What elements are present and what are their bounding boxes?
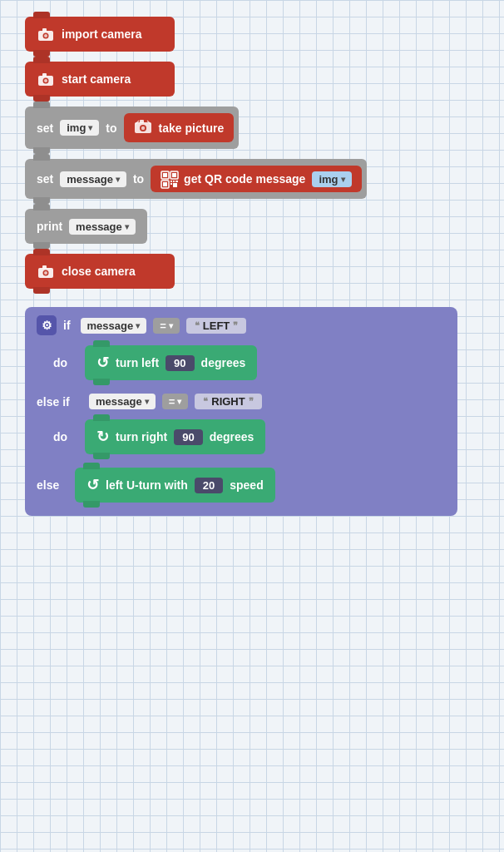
svg-rect-20	[175, 181, 178, 182]
svg-rect-11	[140, 120, 144, 123]
close-camera-label: close camera	[62, 265, 136, 278]
camera-icon-2	[37, 70, 55, 88]
right-string-pill: ❝ RIGHT ❞	[195, 394, 261, 409]
do-label-2: do	[53, 430, 78, 443]
degrees-value-2[interactable]: 90	[174, 429, 202, 445]
else-if-op-label: =	[169, 395, 175, 408]
if-header: ⚙ if message ▾ = ▾ ❝ LEFT ❞	[30, 310, 452, 340]
condition-var-pill[interactable]: message ▾	[81, 318, 147, 334]
set-img-row: set img ▾ to take picture	[25, 106, 479, 149]
else-if-op-pill[interactable]: = ▾	[162, 394, 189, 409]
import-camera-label: import camera	[62, 27, 141, 41]
svg-point-6	[44, 79, 47, 82]
else-if-row: else if message ▾ = ▾ ❝ RIGHT ❞	[30, 389, 452, 414]
print-message-block[interactable]: print message ▾	[25, 209, 147, 244]
img-dropdown-arrow[interactable]: ▾	[88, 123, 92, 132]
take-picture-block[interactable]: take picture	[124, 113, 235, 142]
turn-right-icon: ↻	[96, 428, 109, 446]
else-if-op-dropdown[interactable]: ▾	[177, 397, 181, 406]
else-if-var-label: message	[96, 395, 142, 408]
set-label-2: set	[37, 172, 53, 186]
turn-right-label: turn right	[116, 430, 167, 443]
import-camera-block[interactable]: import camera	[25, 17, 175, 52]
print-message-pill[interactable]: message ▾	[69, 219, 136, 235]
condition-dropdown[interactable]: ▾	[136, 321, 140, 330]
import-camera-row: import camera	[25, 17, 479, 52]
start-camera-label: start camera	[62, 72, 131, 86]
degrees-label-2: degrees	[210, 430, 254, 443]
degrees-label: degrees	[201, 356, 246, 369]
set-label: set	[37, 121, 53, 135]
svg-rect-21	[170, 183, 172, 185]
else-unit: speed	[230, 478, 263, 492]
right-quote-close: ❞	[249, 396, 254, 407]
do-label: do	[53, 356, 78, 369]
svg-rect-13	[163, 173, 167, 177]
do-turn-left-wrapper: do ↺ turn left 90 degrees	[47, 342, 452, 384]
img-variable-pill[interactable]: img ▾	[60, 120, 99, 136]
else-if-label: else if	[37, 395, 82, 409]
get-qr-block[interactable]: get QR code message img ▾	[151, 166, 361, 192]
qr-icon	[161, 171, 177, 187]
to-label-2: to	[133, 172, 144, 186]
img-var-label: img	[67, 121, 86, 134]
svg-rect-18	[170, 181, 172, 182]
operator-pill[interactable]: = ▾	[153, 318, 180, 334]
start-camera-block[interactable]: start camera	[25, 62, 175, 97]
svg-rect-19	[173, 181, 175, 182]
camera-icon-3	[37, 262, 55, 280]
else-label: else	[37, 478, 62, 492]
turn-left-label: turn left	[116, 356, 159, 369]
take-picture-icon	[134, 118, 152, 137]
print-message-var: message	[76, 220, 122, 233]
img-param-dropdown[interactable]: ▾	[341, 175, 345, 184]
start-camera-row: start camera	[25, 62, 479, 97]
u-turn-icon: ↺	[86, 476, 99, 494]
print-label: print	[37, 220, 62, 233]
left-string-value: LEFT	[203, 320, 230, 332]
close-camera-block[interactable]: close camera	[25, 254, 175, 289]
else-if-var-pill[interactable]: message ▾	[89, 394, 156, 409]
turn-left-icon: ↺	[96, 354, 109, 372]
degrees-value[interactable]: 90	[166, 355, 194, 371]
u-turn-block[interactable]: ↺ left U-turn with 20 speed	[75, 468, 275, 503]
left-quote-open: ❝	[195, 320, 200, 331]
message-dropdown-arrow[interactable]: ▾	[116, 175, 120, 184]
turn-left-block[interactable]: ↺ turn left 90 degrees	[85, 345, 257, 380]
condition-var-label: message	[87, 320, 134, 332]
get-qr-label: get QR code message	[184, 172, 305, 186]
camera-icon	[37, 25, 55, 43]
svg-point-2	[44, 34, 47, 37]
turn-right-block[interactable]: ↻ turn right 90 degrees	[85, 419, 265, 454]
svg-point-25	[44, 271, 47, 275]
svg-rect-22	[173, 183, 177, 187]
img-param-pill[interactable]: img ▾	[312, 171, 351, 187]
right-string-value: RIGHT	[211, 395, 245, 408]
print-message-dropdown[interactable]: ▾	[125, 222, 129, 231]
to-label: to	[106, 121, 116, 135]
left-string-pill: ❝ LEFT ❞	[186, 318, 247, 334]
set-message-block[interactable]: set message ▾ to	[25, 159, 367, 199]
set-img-block[interactable]: set img ▾ to take picture	[25, 106, 239, 149]
else-value[interactable]: 20	[195, 478, 223, 493]
right-quote-open: ❝	[203, 396, 208, 407]
svg-rect-7	[42, 73, 47, 77]
message-var-label: message	[67, 173, 113, 186]
do-turn-right-wrapper: do ↻ turn right 90 degrees	[47, 416, 452, 458]
message-variable-pill[interactable]: message ▾	[60, 171, 126, 187]
set-message-row: set message ▾ to	[25, 159, 479, 199]
svg-rect-26	[42, 265, 47, 269]
svg-rect-3	[42, 28, 47, 32]
print-message-row: print message ▾	[25, 209, 479, 244]
else-if-dropdown[interactable]: ▾	[145, 397, 149, 406]
left-quote-close: ❞	[233, 320, 238, 331]
svg-rect-15	[172, 173, 176, 177]
op-label: =	[160, 320, 166, 332]
if-block-container: ⚙ if message ▾ = ▾ ❝ LEFT ❞ do ↺ tur	[25, 307, 457, 516]
op-dropdown[interactable]: ▾	[169, 321, 173, 330]
take-picture-label: take picture	[159, 121, 225, 135]
else-row: else ↺ left U-turn with 20 speed	[30, 463, 452, 508]
if-gear-icon: ⚙	[37, 315, 57, 335]
do-row-1: do ↺ turn left 90 degrees	[47, 342, 452, 384]
do-row-2: do ↻ turn right 90 degrees	[47, 416, 452, 458]
